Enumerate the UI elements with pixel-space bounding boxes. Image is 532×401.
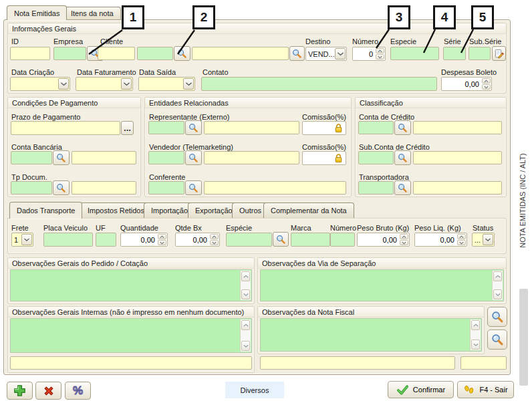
quantidade-spinner[interactable] — [120, 233, 168, 247]
spin-down-icon[interactable] — [457, 240, 466, 245]
peso-bruto-input[interactable] — [358, 233, 399, 246]
scroll-down-icon[interactable] — [241, 289, 250, 299]
spin-down-icon[interactable] — [158, 240, 166, 245]
conta-credito-name-input[interactable] — [413, 121, 502, 134]
data-criacao-select[interactable] — [10, 77, 70, 91]
f4-sair-button[interactable]: F4 - Sair — [457, 381, 514, 398]
vendedor-name-input[interactable] — [204, 151, 299, 164]
conferente-search-button[interactable] — [185, 180, 202, 195]
confirmar-button[interactable]: Confirmar — [388, 381, 454, 398]
obs-nota-fiscal-textarea[interactable] — [260, 318, 482, 352]
conta-bancaria-search-button[interactable] — [53, 150, 70, 165]
sub-conta-credito-search-button[interactable] — [394, 150, 411, 165]
peso-bruto-spinner[interactable] — [357, 233, 410, 247]
conta-bancaria-name-input[interactable] — [72, 151, 136, 164]
destino-select[interactable]: VEND... — [305, 47, 347, 61]
subserie-input[interactable] — [469, 47, 491, 60]
cliente-name-search-button[interactable] — [289, 46, 305, 61]
scroll-up-icon[interactable] — [241, 320, 250, 330]
placa-veiculo-input[interactable] — [43, 233, 93, 247]
scroll-down-icon[interactable] — [241, 341, 250, 351]
obs-nota-fiscal-extra-input[interactable] — [260, 356, 455, 370]
transportadora-name-input[interactable] — [413, 181, 502, 194]
qtde-bx-spinner[interactable] — [175, 233, 220, 247]
scroll-down-icon[interactable] — [471, 340, 480, 350]
conferente-name-input[interactable] — [204, 181, 346, 194]
conta-credito-search-button[interactable] — [394, 120, 411, 135]
especie-input[interactable] — [390, 47, 439, 60]
obs-nota-fiscal-scrollbar[interactable] — [470, 319, 481, 350]
numero-input[interactable] — [353, 47, 375, 60]
tp-docum-code-input[interactable] — [11, 181, 52, 194]
obs-internas-textarea[interactable] — [10, 318, 252, 353]
qtde-bx-input[interactable] — [176, 233, 209, 246]
data-faturamento-select[interactable] — [76, 77, 133, 91]
representante-code-input[interactable] — [148, 121, 184, 134]
obs-internas-scrollbar[interactable] — [240, 319, 251, 352]
subserie-edit-button[interactable] — [492, 46, 506, 61]
transportadora-code-input[interactable] — [358, 181, 394, 194]
spin-up-icon[interactable] — [210, 234, 219, 239]
cliente-search-button[interactable] — [174, 46, 190, 61]
tp-docum-search-button[interactable] — [53, 180, 70, 195]
tab-impostos-retidos[interactable]: Impostos Retidos — [80, 203, 152, 218]
comissao-representante-field[interactable] — [302, 121, 346, 135]
conta-bancaria-code-input[interactable] — [11, 151, 52, 164]
uf-input[interactable] — [96, 233, 116, 247]
obs-nota-fiscal-search-button-1[interactable] — [487, 307, 507, 327]
representante-search-button[interactable] — [185, 120, 202, 135]
peso-liq-input[interactable] — [415, 233, 456, 246]
transportadora-search-button[interactable] — [394, 180, 411, 195]
scroll-up-icon[interactable] — [241, 271, 250, 281]
spin-up-icon[interactable] — [400, 234, 408, 239]
id-input[interactable] — [10, 47, 50, 60]
spin-up-icon[interactable] — [457, 234, 466, 239]
obs-pedido-scrollbar[interactable] — [240, 271, 251, 300]
sub-conta-credito-name-input[interactable] — [413, 151, 502, 164]
obs-pedido-textarea[interactable] — [10, 269, 252, 301]
prazo-pagamento-input[interactable] — [11, 121, 120, 135]
prazo-pagamento-browse-button[interactable]: ... — [121, 121, 134, 135]
delete-button[interactable] — [35, 382, 61, 400]
tab-dados-transporte[interactable]: Dados Transporte — [9, 202, 82, 219]
marca-input[interactable] — [291, 233, 330, 247]
tp-docum-name-input[interactable] — [72, 181, 136, 194]
tab-complementar-da-nota[interactable]: Complementar da Nota — [263, 203, 354, 218]
especie-search-button[interactable] — [273, 232, 289, 247]
cliente-code-input[interactable] — [137, 47, 173, 60]
especie-transporte-input[interactable] — [226, 233, 272, 247]
empresa-code-input[interactable] — [53, 47, 86, 60]
despesas-boleto-spinner[interactable] — [441, 77, 492, 91]
vendedor-code-input[interactable] — [148, 151, 184, 164]
frete-select[interactable]: 1 — [11, 233, 33, 247]
obs-via-separacao-scrollbar[interactable] — [492, 271, 503, 300]
scroll-up-icon[interactable] — [493, 271, 502, 281]
spin-down-icon[interactable] — [482, 84, 491, 90]
cliente-name-input[interactable] — [192, 47, 289, 60]
diversos-panel[interactable]: Diversos — [225, 382, 284, 398]
conta-credito-code-input[interactable] — [358, 121, 394, 134]
right-scrollbar-thumb[interactable] — [519, 289, 528, 386]
numero-spinner[interactable] — [352, 47, 386, 61]
despesas-boleto-input[interactable] — [442, 78, 481, 90]
add-button[interactable] — [7, 382, 33, 400]
obs-nota-fiscal-small-input[interactable] — [460, 356, 507, 370]
obs-nota-fiscal-search-button-2[interactable] — [487, 329, 507, 350]
comissao-vendedor-field[interactable] — [302, 151, 346, 165]
tab-itens-da-nota[interactable]: Itens da nota — [63, 7, 121, 19]
spin-up-icon[interactable] — [376, 48, 384, 53]
cliente-id-input[interactable] — [98, 47, 135, 60]
vendedor-search-button[interactable] — [185, 150, 202, 165]
serie-input[interactable] — [443, 47, 466, 60]
quantidade-input[interactable] — [121, 233, 157, 246]
scroll-down-icon[interactable] — [493, 289, 502, 299]
obs-via-separacao-textarea[interactable] — [260, 269, 504, 301]
peso-liq-spinner[interactable] — [414, 233, 467, 247]
scroll-up-icon[interactable] — [471, 320, 480, 330]
sub-conta-credito-code-input[interactable] — [358, 151, 394, 164]
data-saida-select[interactable] — [138, 77, 195, 91]
representante-name-input[interactable] — [204, 121, 299, 134]
spin-down-icon[interactable] — [400, 240, 408, 245]
spin-down-icon[interactable] — [210, 240, 219, 245]
obs-internas-extra-input[interactable] — [10, 356, 252, 370]
